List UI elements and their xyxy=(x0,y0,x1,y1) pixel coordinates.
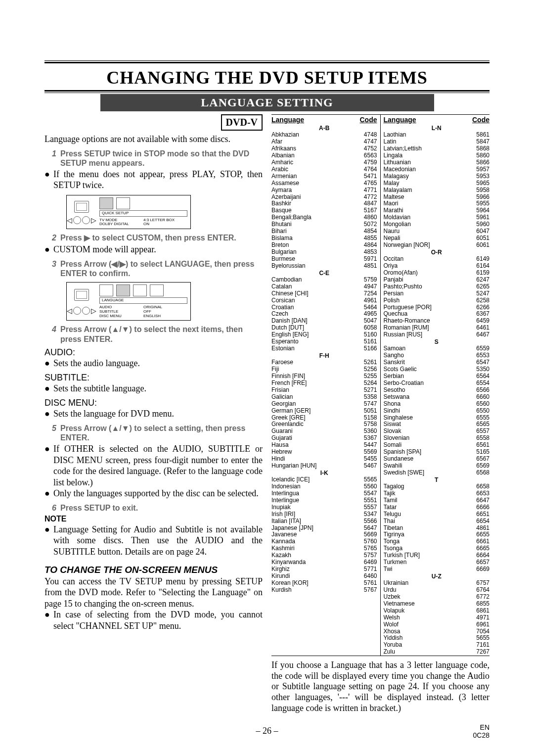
language-name: Maori xyxy=(384,200,470,207)
language-row: Afrikaans4752 xyxy=(271,145,377,152)
language-code: 6460 xyxy=(357,573,377,580)
osd-tab xyxy=(116,197,130,209)
language-row: Gujarati5367 xyxy=(271,435,377,442)
language-row: Hungarian [HUN]5467 xyxy=(271,463,377,470)
language-name: Croatian xyxy=(271,304,357,311)
language-row: Panjabi6247 xyxy=(384,277,490,284)
osd-tab xyxy=(133,284,147,296)
language-name: Norwegian [NOR] xyxy=(384,242,470,249)
language-row: Malagasy5953 xyxy=(384,173,490,180)
language-name: Czech xyxy=(271,311,357,318)
language-name: Basque xyxy=(271,207,357,214)
language-name: Rhaeto-Romance xyxy=(384,318,470,325)
language-code: 6559 xyxy=(470,345,490,352)
language-row: English [ENG]5160 xyxy=(271,331,377,338)
language-name: Finnish [FIN] xyxy=(271,373,357,380)
language-name: Yiddish xyxy=(384,635,470,642)
step-5-note-1: If OTHER is selected on the AUDIO, SUBTI… xyxy=(53,443,263,488)
language-name: Turkish [TUR] xyxy=(384,552,470,559)
language-name: Danish [DAN] xyxy=(271,318,357,325)
language-row: Serbo-Croatian6554 xyxy=(384,380,490,387)
language-name: Oriya xyxy=(384,263,470,270)
language-code: 5655 xyxy=(470,635,490,642)
step-3-text: Press Arrow (◀/▶) to select LANGUAGE, th… xyxy=(60,259,263,278)
nav-arrows-icon: ◁▷ xyxy=(67,307,96,315)
language-row: Ukrainian6757 xyxy=(384,580,490,587)
language-row: Volapuk6861 xyxy=(384,608,490,614)
language-code: 5167 xyxy=(357,207,377,214)
language-row: Lithuanian5866 xyxy=(384,159,490,166)
language-code: 6047 xyxy=(470,228,490,235)
language-name: Bhutani xyxy=(271,221,357,228)
language-row: Shona6560 xyxy=(384,401,490,408)
osd-section-head: TO CHANGE THE ON-SCREEN MENUS xyxy=(44,564,263,576)
language-name: Frisian xyxy=(271,387,357,394)
language-row: Armenian5471 xyxy=(271,173,377,180)
language-code: 5367 xyxy=(357,435,377,442)
language-name: Irish [IRI] xyxy=(271,511,357,518)
language-name: Dutch [DUT] xyxy=(271,325,357,331)
language-row: Turkmen6657 xyxy=(384,559,490,566)
language-name: Kashmiri xyxy=(271,545,357,552)
language-code: 5965 xyxy=(470,180,490,187)
language-code: 4771 xyxy=(357,187,377,194)
language-name: Malagasy xyxy=(384,173,470,180)
language-row: Yiddish5655 xyxy=(384,635,490,642)
step-2-text: Press ▶ to select CUSTOM, then press ENT… xyxy=(60,233,263,243)
language-code: 5360 xyxy=(357,428,377,435)
language-code: 5961 xyxy=(470,214,490,221)
language-row: Maori5955 xyxy=(384,200,490,207)
language-code: 5747 xyxy=(357,401,377,408)
osd-language: ◁▷ LANGUAGE AUDIO SU xyxy=(66,282,191,321)
language-row: Sesotho6566 xyxy=(384,387,490,394)
language-code: 5160 xyxy=(357,331,377,338)
language-name: Shona xyxy=(384,401,470,408)
language-row: Guarani5360 xyxy=(271,428,377,435)
language-name: Kannada xyxy=(271,538,357,545)
step-6-text: Press SETUP to exit. xyxy=(60,503,263,513)
language-name: Javanese xyxy=(271,531,357,538)
col-head-code: Code xyxy=(469,116,490,124)
language-row: Spanish [SPA]5165 xyxy=(384,449,490,456)
language-name: Setswana xyxy=(384,394,470,401)
intro-text: Language options are not available with … xyxy=(44,134,263,145)
language-code: 5161 xyxy=(357,338,377,345)
language-row: Hebrew5569 xyxy=(271,449,377,456)
language-code: 5771 xyxy=(357,566,377,573)
col-head-language: Language xyxy=(384,116,469,124)
language-row: Hindi5455 xyxy=(271,456,377,463)
language-name: Kazakh xyxy=(271,552,357,559)
group-header: O-R xyxy=(384,249,490,256)
language-name: Byelorussian xyxy=(271,263,357,270)
language-row: Korean [KOR]5761 xyxy=(271,580,377,587)
language-code: 5547 xyxy=(357,490,377,497)
language-code: 4847 xyxy=(357,200,377,207)
language-row: Nepali6051 xyxy=(384,235,490,242)
language-code: 5255 xyxy=(357,373,377,380)
language-name: Korean [KOR] xyxy=(271,580,357,587)
language-row: Estonian5166 xyxy=(271,345,377,352)
language-row: Georgian5747 xyxy=(271,401,377,408)
language-row: Arabic4764 xyxy=(271,166,377,173)
language-code: 6061 xyxy=(470,242,490,249)
language-name: Bengali;Bangla xyxy=(271,214,357,221)
language-name: Catalan xyxy=(271,284,357,290)
language-code: 7254 xyxy=(357,290,377,297)
language-row: Siswat6565 xyxy=(384,421,490,428)
language-code: 5047 xyxy=(357,318,377,325)
language-row: Laothian5861 xyxy=(384,132,490,139)
language-name: Hebrew xyxy=(271,449,357,456)
language-row: Czech4965 xyxy=(271,311,377,318)
language-code: 5868 xyxy=(470,145,490,152)
language-code: 5256 xyxy=(357,366,377,373)
language-name: Lithuanian xyxy=(384,159,470,166)
language-name: Kirundi xyxy=(271,573,357,580)
language-name: Ukrainian xyxy=(384,580,470,587)
group-header: C-E xyxy=(271,270,377,277)
language-row: Serbian6564 xyxy=(384,373,490,380)
language-name: Sindhi xyxy=(384,408,470,415)
group-header: F-H xyxy=(271,352,377,359)
language-name: Marathi xyxy=(384,207,470,214)
language-name: Esperanto xyxy=(271,338,357,345)
language-row: Scots Gaelic5350 xyxy=(384,366,490,373)
